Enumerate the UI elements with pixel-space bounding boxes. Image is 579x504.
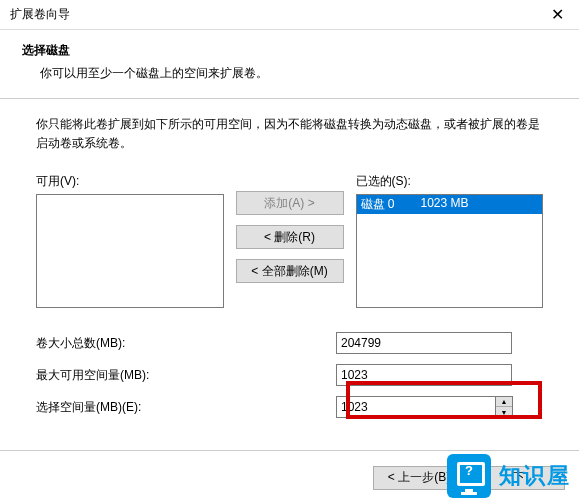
total-size-label: 卷大小总数(MB):: [36, 335, 336, 352]
instruction-text: 你只能将此卷扩展到如下所示的可用空间，因为不能将磁盘转换为动态磁盘，或者被扩展的…: [36, 115, 543, 153]
max-space-label: 最大可用空间量(MB):: [36, 367, 336, 384]
selected-listbox[interactable]: 磁盘 0 1023 MB: [356, 194, 544, 308]
chevron-up-icon: ▲: [501, 398, 508, 405]
disk-size: 1023 MB: [421, 196, 539, 213]
close-icon: ✕: [551, 5, 564, 24]
select-space-input[interactable]: [336, 396, 495, 418]
disk-name: 磁盘 0: [361, 196, 421, 213]
spinner-up-button[interactable]: ▲: [496, 397, 512, 407]
max-space-field: [336, 364, 512, 386]
total-size-field: [336, 332, 512, 354]
header-subtitle: 你可以用至少一个磁盘上的空间来扩展卷。: [22, 65, 557, 82]
window-title: 扩展卷向导: [10, 6, 70, 23]
spinner-down-button[interactable]: ▼: [496, 407, 512, 417]
watermark: 知识屋: [447, 454, 571, 498]
header-title: 选择磁盘: [22, 42, 557, 59]
watermark-text: 知识屋: [499, 461, 571, 491]
select-space-label: 选择空间量(MB)(E):: [36, 399, 336, 416]
remove-all-button[interactable]: < 全部删除(M): [236, 259, 344, 283]
close-button[interactable]: ✕: [535, 0, 579, 30]
chevron-down-icon: ▼: [501, 409, 508, 416]
watermark-icon: [447, 454, 491, 498]
available-listbox[interactable]: [36, 194, 224, 308]
remove-button[interactable]: < 删除(R): [236, 225, 344, 249]
available-label: 可用(V):: [36, 173, 224, 190]
list-item[interactable]: 磁盘 0 1023 MB: [357, 195, 543, 214]
add-button[interactable]: 添加(A) >: [236, 191, 344, 215]
selected-label: 已选的(S):: [356, 173, 544, 190]
